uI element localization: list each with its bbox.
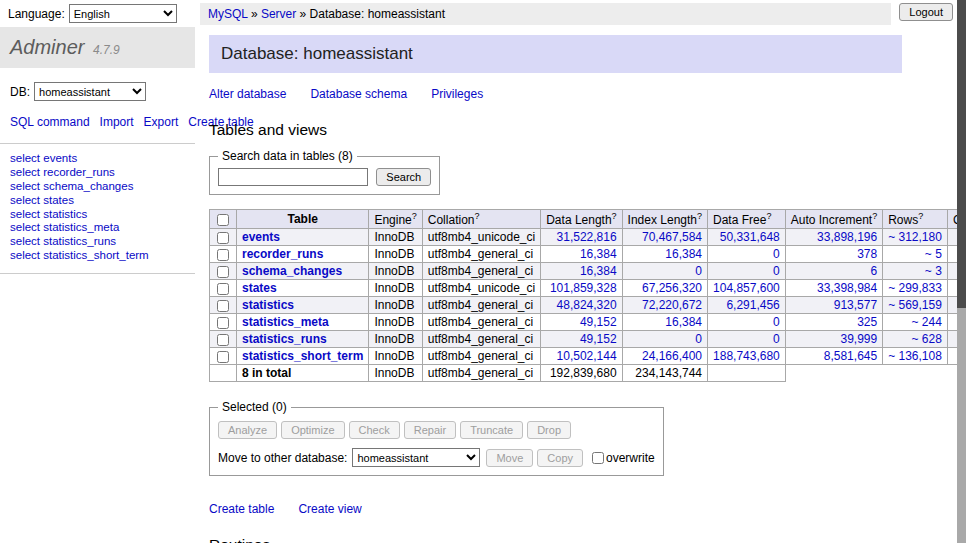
data-length-link[interactable]: 49,152 [580, 315, 617, 329]
sidebar-select-link-statistics-runs[interactable]: select [10, 235, 40, 247]
breadcrumb-link-server[interactable]: Server [261, 7, 296, 21]
alter-database-link[interactable]: Alter database [209, 87, 286, 101]
copy-button[interactable]: Copy [537, 449, 583, 467]
auto-increment-link[interactable]: 378 [857, 247, 877, 261]
data-free-link[interactable]: 0 [773, 247, 780, 261]
sidebar-select-link-statistics[interactable]: select [10, 208, 40, 220]
data-free-link[interactable]: 0 [773, 264, 780, 278]
select-all-checkbox[interactable] [217, 214, 229, 226]
index-length-link[interactable]: 16,384 [665, 247, 702, 261]
scrollbar-thumb[interactable] [957, 0, 966, 308]
database-schema-link[interactable]: Database schema [310, 87, 407, 101]
table-name-link[interactable]: statistics_runs [242, 332, 327, 346]
row-checkbox[interactable] [217, 334, 229, 346]
column-help-icon[interactable]: ? [412, 211, 417, 221]
sidebar-action-import[interactable]: Import [100, 115, 134, 129]
sidebar-select-link-schema-changes[interactable]: select [10, 180, 40, 192]
create-view-link[interactable]: Create view [298, 502, 361, 516]
auto-increment-link[interactable]: 325 [857, 315, 877, 329]
rows-link[interactable]: ~ 5 [925, 247, 942, 261]
sidebar-table-link-states[interactable]: states [43, 194, 74, 206]
data-free-link[interactable]: 0 [773, 315, 780, 329]
row-checkbox[interactable] [217, 232, 229, 244]
row-checkbox[interactable] [217, 300, 229, 312]
sidebar-select-link-statistics-meta[interactable]: select [10, 221, 40, 233]
sidebar-table-link-recorder-runs[interactable]: recorder_runs [43, 166, 115, 178]
logout-button[interactable]: Logout [899, 3, 953, 21]
auto-increment-link[interactable]: 6 [870, 264, 877, 278]
sidebar-action-sql-command[interactable]: SQL command [10, 115, 90, 129]
index-length-link[interactable]: 0 [695, 264, 702, 278]
sidebar-select-link-recorder-runs[interactable]: select [10, 166, 40, 178]
data-length-link[interactable]: 101,859,328 [550, 281, 617, 295]
rows-link[interactable]: ~ 569,159 [888, 298, 942, 312]
scrollbar[interactable] [957, 0, 966, 543]
column-help-icon[interactable]: ? [766, 211, 771, 221]
move-button[interactable]: Move [486, 449, 533, 467]
sidebar-table-link-statistics-meta[interactable]: statistics_meta [43, 221, 119, 233]
auto-increment-link[interactable]: 39,999 [840, 332, 877, 346]
table-name-link[interactable]: statistics_short_term [242, 349, 363, 363]
rows-link[interactable]: ~ 136,108 [888, 349, 942, 363]
column-help-icon[interactable]: ? [872, 211, 877, 221]
column-help-icon[interactable]: ? [918, 211, 923, 221]
row-checkbox[interactable] [217, 317, 229, 329]
auto-increment-link[interactable]: 8,581,645 [824, 349, 877, 363]
index-length-link[interactable]: 70,467,584 [642, 230, 702, 244]
index-length-link[interactable]: 24,166,400 [642, 349, 702, 363]
table-name-link[interactable]: statistics_meta [242, 315, 329, 329]
auto-increment-link[interactable]: 913,577 [834, 298, 877, 312]
drop-button[interactable]: Drop [527, 421, 571, 439]
column-help-icon[interactable]: ? [612, 211, 617, 221]
sidebar-table-link-events[interactable]: events [43, 152, 77, 164]
rows-link[interactable]: ~ 3 [925, 264, 942, 278]
analyze-button[interactable]: Analyze [218, 421, 277, 439]
privileges-link[interactable]: Privileges [431, 87, 483, 101]
overwrite-checkbox[interactable] [592, 452, 604, 464]
search-input[interactable] [218, 168, 368, 186]
rows-link[interactable]: ~ 628 [912, 332, 942, 346]
rows-link[interactable]: ~ 312,180 [888, 230, 942, 244]
auto-increment-link[interactable]: 33,398,984 [817, 281, 877, 295]
data-length-link[interactable]: 16,384 [580, 247, 617, 261]
sidebar-select-link-statistics-short-term[interactable]: select [10, 249, 40, 261]
language-select[interactable]: English [69, 4, 177, 23]
rows-link[interactable]: ~ 299,833 [888, 281, 942, 295]
data-free-link[interactable]: 188,743,680 [713, 349, 780, 363]
check-button[interactable]: Check [349, 421, 400, 439]
db-select[interactable]: homeassistant [34, 82, 146, 101]
data-free-link[interactable]: 104,857,600 [713, 281, 780, 295]
sidebar-select-link-states[interactable]: select [10, 194, 40, 206]
search-button[interactable]: Search [376, 168, 431, 186]
create-table-link[interactable]: Create table [209, 502, 274, 516]
column-help-icon[interactable]: ? [474, 211, 479, 221]
data-free-link[interactable]: 6,291,456 [726, 298, 779, 312]
data-length-link[interactable]: 16,384 [580, 264, 617, 278]
data-free-link[interactable]: 0 [773, 332, 780, 346]
data-length-link[interactable]: 49,152 [580, 332, 617, 346]
table-name-link[interactable]: states [242, 281, 277, 295]
table-name-link[interactable]: events [242, 230, 280, 244]
repair-button[interactable]: Repair [404, 421, 456, 439]
sidebar-action-export[interactable]: Export [144, 115, 179, 129]
index-length-link[interactable]: 67,256,320 [642, 281, 702, 295]
truncate-button[interactable]: Truncate [460, 421, 523, 439]
row-checkbox[interactable] [217, 351, 229, 363]
auto-increment-link[interactable]: 33,898,196 [817, 230, 877, 244]
breadcrumb-link-mysql[interactable]: MySQL [208, 7, 248, 21]
table-name-link[interactable]: statistics [242, 298, 294, 312]
row-checkbox[interactable] [217, 249, 229, 261]
column-help-icon[interactable]: ? [697, 211, 702, 221]
optimize-button[interactable]: Optimize [281, 421, 344, 439]
data-length-link[interactable]: 48,824,320 [557, 298, 617, 312]
index-length-link[interactable]: 16,384 [665, 315, 702, 329]
rows-link[interactable]: ~ 244 [912, 315, 942, 329]
table-name-link[interactable]: schema_changes [242, 264, 342, 278]
row-checkbox[interactable] [217, 283, 229, 295]
sidebar-select-link-events[interactable]: select [10, 152, 40, 164]
data-length-link[interactable]: 31,522,816 [557, 230, 617, 244]
sidebar-table-link-schema-changes[interactable]: schema_changes [43, 180, 133, 192]
index-length-link[interactable]: 0 [695, 332, 702, 346]
sidebar-table-link-statistics-runs[interactable]: statistics_runs [43, 235, 116, 247]
index-length-link[interactable]: 72,220,672 [642, 298, 702, 312]
